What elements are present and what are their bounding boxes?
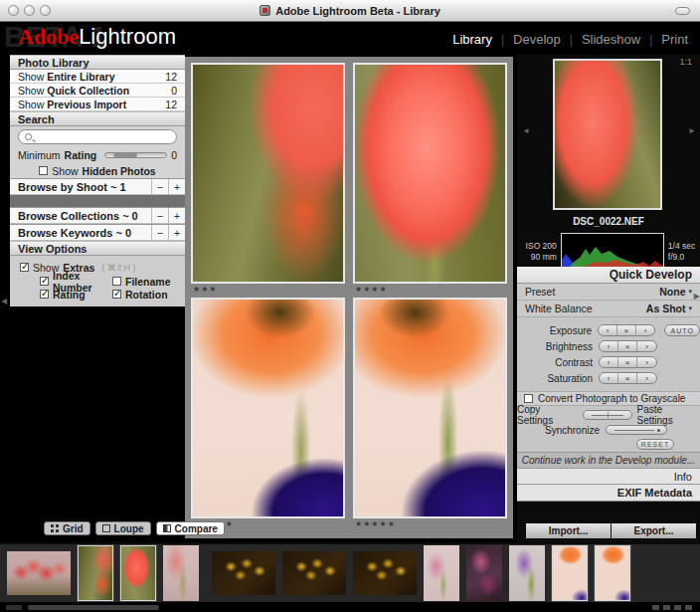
clear-button[interactable]: × <box>618 373 637 383</box>
search-header[interactable]: Search <box>10 111 185 126</box>
thumbnail-red-tulip-bouquet[interactable] <box>7 551 71 595</box>
checkbox-index-number[interactable] <box>40 277 49 286</box>
decrease-button[interactable]: ‹ <box>599 325 617 335</box>
auto-exposure-button[interactable]: AUTO <box>664 324 700 336</box>
increase-button[interactable]: › <box>637 357 656 367</box>
add-keyword-button[interactable]: + <box>168 225 185 240</box>
checkbox-filename[interactable] <box>112 277 121 286</box>
photo-orange-tulip-vase-2[interactable] <box>353 298 507 518</box>
right-panel: 1:1 ◄ ► DSC_0022.NEF ISO 200 90 mm <box>517 55 700 542</box>
thumbnail-yellow-tulips-3[interactable] <box>353 551 417 595</box>
thumbnail-orange-tulip-vase-1[interactable] <box>552 545 588 601</box>
reset-button[interactable]: RESET <box>636 439 674 450</box>
view-options-header[interactable]: View Options <box>10 241 185 256</box>
checkbox-convert-grayscale[interactable] <box>524 394 533 403</box>
decrease-button[interactable]: ‹ <box>600 373 618 383</box>
star-rating[interactable]: ★★★· · <box>191 284 345 296</box>
minimum-rating-slider[interactable] <box>104 152 167 158</box>
filmstrip-options-tab[interactable] <box>6 605 22 610</box>
remove-collection-button[interactable]: − <box>151 208 168 223</box>
checkbox-show-hidden-photos[interactable] <box>39 166 48 175</box>
exif-metadata-header[interactable]: EXIF Metadata <box>517 485 700 502</box>
clear-button[interactable]: × <box>617 325 636 335</box>
remove-keyword-button[interactable]: − <box>151 225 168 240</box>
synchronize-slider[interactable] <box>606 425 667 435</box>
thumbnail-yellow-tulips-2[interactable] <box>282 551 346 595</box>
export-button[interactable]: Export... <box>612 523 696 538</box>
quick-develop-header[interactable]: Quick Develop <box>517 267 700 284</box>
star-rating[interactable]: ★★★★★ <box>353 518 507 530</box>
grid-cell: ★★★★★ <box>191 298 345 530</box>
star-rating[interactable]: ★★★★· <box>353 284 507 296</box>
thumbnail-pink-tulip-stem[interactable] <box>163 545 199 601</box>
filmstrip-scrollbar[interactable] <box>28 605 159 610</box>
add-shoot-button[interactable]: + <box>168 179 185 194</box>
next-photo-icon[interactable]: ► <box>688 126 696 135</box>
minimize-window-button[interactable] <box>24 5 35 16</box>
zoom-ratio-label[interactable]: 1:1 <box>679 57 692 67</box>
photo-red-tulip-closeup[interactable] <box>353 63 507 284</box>
import-button[interactable]: Import... <box>526 523 611 538</box>
compare-view-button[interactable]: Compare <box>156 521 225 535</box>
toolbar-toggle-pill[interactable] <box>675 7 690 15</box>
list-item-entire-library[interactable]: Show Entire Library 12 <box>10 70 185 84</box>
thumbnail-orange-tulip-vase-2[interactable] <box>595 545 630 601</box>
collapse-right-panel-icon[interactable]: ▶ <box>694 292 700 301</box>
decrease-button[interactable]: ‹ <box>600 357 618 367</box>
increase-button[interactable]: › <box>637 341 656 351</box>
bottom-strip <box>0 602 700 612</box>
preview-image[interactable] <box>553 59 662 210</box>
clear-button[interactable]: × <box>618 341 637 351</box>
close-window-button[interactable] <box>8 5 19 16</box>
grid-view-button[interactable]: Grid <box>44 521 90 535</box>
white-balance-row: White Balance As Shot ▾ <box>517 301 700 317</box>
checkbox-show-extras[interactable] <box>20 263 29 272</box>
browse-by-shoot-row[interactable]: Browse by Shoot ~ 1 − + <box>10 178 185 195</box>
search-input[interactable] <box>36 131 165 142</box>
thumbnail-purple-tulip[interactable] <box>509 545 545 601</box>
increase-button[interactable]: › <box>636 325 655 335</box>
increase-button[interactable]: › <box>637 373 656 383</box>
search-box[interactable] <box>18 129 177 144</box>
photo-orange-tulip-vase-1[interactable] <box>191 298 345 518</box>
tab-slideshow[interactable]: Slideshow <box>582 32 640 47</box>
collapse-left-panel-icon[interactable]: ◀ <box>1 297 7 306</box>
photo-library-header[interactable]: Photo Library <box>10 55 185 70</box>
filmstrip <box>0 542 700 602</box>
remove-shoot-button[interactable]: − <box>151 179 168 194</box>
thumbnail-yellow-tulips-1[interactable] <box>212 551 275 595</box>
tab-library[interactable]: Library <box>452 32 492 47</box>
thumbnail-red-tulip-closeup[interactable] <box>120 545 156 601</box>
photo-red-tulips-leaves[interactable] <box>191 63 345 284</box>
white-balance-dropdown[interactable]: As Shot ▾ <box>646 303 692 314</box>
previous-photo-icon[interactable]: ◄ <box>522 126 530 135</box>
slider-thumb[interactable] <box>113 153 137 157</box>
tab-print[interactable]: Print <box>661 32 688 47</box>
clear-button[interactable]: × <box>618 357 637 367</box>
paste-settings-label[interactable]: Paste Settings <box>637 404 700 426</box>
browse-collections-row[interactable]: Browse Collections ~ 0 − + <box>10 207 185 224</box>
adjustments-block: Exposure ‹ × › AUTO Brightness ‹ × <box>517 317 700 391</box>
synchronize-label[interactable]: Synchronize <box>545 425 600 436</box>
decrease-button[interactable]: ‹ <box>600 341 618 351</box>
quick-develop-panel: Quick Develop Preset None ▾ White Balanc… <box>517 267 700 502</box>
chevron-down-icon: ▾ <box>688 305 692 312</box>
thumbnail-pink-tulip-light[interactable] <box>424 545 459 601</box>
list-item-previous-import[interactable]: Show Previous Import 12 <box>10 98 185 111</box>
zoom-window-button[interactable] <box>40 5 51 16</box>
preset-dropdown[interactable]: None ▾ <box>659 286 692 298</box>
checkbox-rating[interactable] <box>40 290 49 299</box>
add-collection-button[interactable]: + <box>168 208 185 223</box>
info-header[interactable]: Info <box>517 469 700 485</box>
checkbox-rotation[interactable] <box>112 290 121 299</box>
copy-settings-slider[interactable] <box>583 410 631 420</box>
list-item-quick-collection[interactable]: Show Quick Collection 0 <box>10 84 185 98</box>
browse-keywords-row[interactable]: Browse Keywords ~ 0 − + <box>10 224 185 241</box>
thumbnail-red-tulips-leaves[interactable] <box>78 545 113 601</box>
filmstrip-size-controls[interactable] <box>652 605 692 610</box>
copy-settings-label[interactable]: Copy Settings <box>517 404 578 426</box>
tab-develop[interactable]: Develop <box>513 32 561 47</box>
loupe-view-button[interactable]: Loupe <box>95 521 151 535</box>
develop-module-link[interactable]: Continue work in the Develop module... <box>517 452 700 469</box>
thumbnail-magenta-tulips[interactable] <box>466 545 502 601</box>
